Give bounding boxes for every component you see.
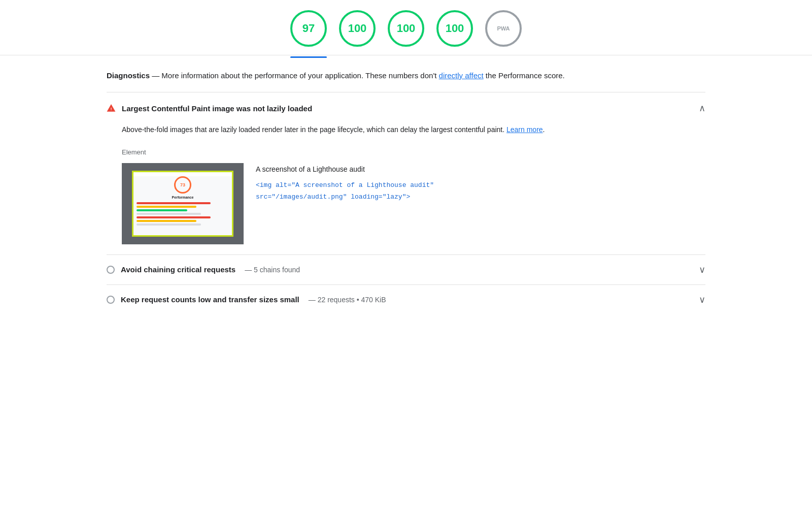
score-circle-seo[interactable]: 100 xyxy=(436,10,473,47)
fake-row-3 xyxy=(137,209,187,211)
lcp-audit-description: Above-the-fold images that are lazily lo… xyxy=(122,124,705,136)
score-circle-performance[interactable]: 97 xyxy=(290,10,327,47)
element-name: A screenshot of a Lighthouse audit xyxy=(256,165,434,173)
request-count-collapse-chevron[interactable]: ∨ xyxy=(699,294,705,305)
score-value-pwa: PWA xyxy=(497,25,510,31)
diagnostics-title: Diagnostics xyxy=(107,71,150,80)
lcp-audit-header-left: ! Largest Contentful Paint image was not… xyxy=(107,104,312,113)
diagnostics-desc-before: — More information about the performance… xyxy=(150,71,439,80)
element-info: A screenshot of a Lighthouse audit <img … xyxy=(256,163,434,203)
score-circle-best-practices[interactable]: 100 xyxy=(388,10,424,47)
fake-row-6 xyxy=(137,220,196,222)
lcp-desc-text: Above-the-fold images that are lazily lo… xyxy=(122,125,506,134)
fake-score-circle: 73 xyxy=(174,176,191,194)
score-circle-pwa[interactable]: PWA xyxy=(485,10,522,47)
fake-row-7 xyxy=(137,224,201,226)
score-header: 97 100 100 100 PWA xyxy=(0,0,812,47)
warning-icon: ! xyxy=(107,104,116,113)
learn-more-link[interactable]: Learn more xyxy=(506,125,543,134)
chaining-collapse-chevron[interactable]: ∨ xyxy=(699,264,705,275)
element-code-line1: <img alt="A screenshot of a Lighthouse a… xyxy=(256,179,434,191)
circle-icon-request-count xyxy=(107,296,115,304)
score-value-accessibility: 100 xyxy=(348,22,367,35)
screenshot-ui: 73 Performance xyxy=(133,176,232,237)
learn-more-suffix: . xyxy=(543,125,545,134)
fake-row-4 xyxy=(137,213,201,215)
request-count-audit-left: Keep request counts low and transfer siz… xyxy=(107,295,386,304)
element-code-line2: src="/images/audit.png" loading="lazy"> xyxy=(256,191,434,203)
chaining-audit-left: Avoid chaining critical requests — 5 cha… xyxy=(107,265,300,274)
lcp-audit-item: ! Largest Contentful Paint image was not… xyxy=(107,92,705,254)
element-label: Element xyxy=(122,148,705,156)
element-code: <img alt="A screenshot of a Lighthouse a… xyxy=(256,179,434,203)
fake-row-1 xyxy=(137,202,211,204)
lcp-audit-title: Largest Contentful Paint image was not l… xyxy=(122,104,312,113)
element-row: 73 Performance xyxy=(122,163,705,244)
score-value-performance: 97 xyxy=(302,22,315,35)
diagnostics-desc-after: the Performance score. xyxy=(484,71,565,80)
lcp-audit-header[interactable]: ! Largest Contentful Paint image was not… xyxy=(107,103,705,114)
request-count-audit-meta: — 22 requests • 470 KiB xyxy=(309,296,386,304)
fake-title: Performance xyxy=(133,196,232,199)
diagnostics-link[interactable]: directly affect xyxy=(439,71,484,80)
chaining-audit-item[interactable]: Avoid chaining critical requests — 5 cha… xyxy=(107,255,705,284)
lcp-collapse-chevron[interactable]: ∧ xyxy=(699,103,705,114)
screenshot-thumbnail: 73 Performance xyxy=(122,163,244,244)
lcp-audit-body: Above-the-fold images that are lazily lo… xyxy=(107,114,705,244)
score-value-seo: 100 xyxy=(446,22,464,35)
request-count-audit-item[interactable]: Keep request counts low and transfer siz… xyxy=(107,285,705,314)
fake-row-5 xyxy=(137,216,211,218)
chaining-audit-meta: — 5 chains found xyxy=(245,266,300,274)
screenshot-inner: 73 Performance xyxy=(132,171,233,237)
fake-score-value: 73 xyxy=(180,182,185,187)
fake-row-2 xyxy=(137,206,196,208)
main-content: Diagnostics — More information about the… xyxy=(76,55,736,314)
fake-rows xyxy=(133,202,232,226)
chaining-audit-title: Avoid chaining critical requests xyxy=(121,265,235,274)
diagnostics-header: Diagnostics — More information about the… xyxy=(107,55,705,92)
score-value-best-practices: 100 xyxy=(397,22,416,35)
circle-icon-chaining xyxy=(107,266,115,274)
request-count-audit-title: Keep request counts low and transfer siz… xyxy=(121,295,299,304)
score-circle-accessibility[interactable]: 100 xyxy=(339,10,376,47)
svg-text:!: ! xyxy=(111,107,112,111)
